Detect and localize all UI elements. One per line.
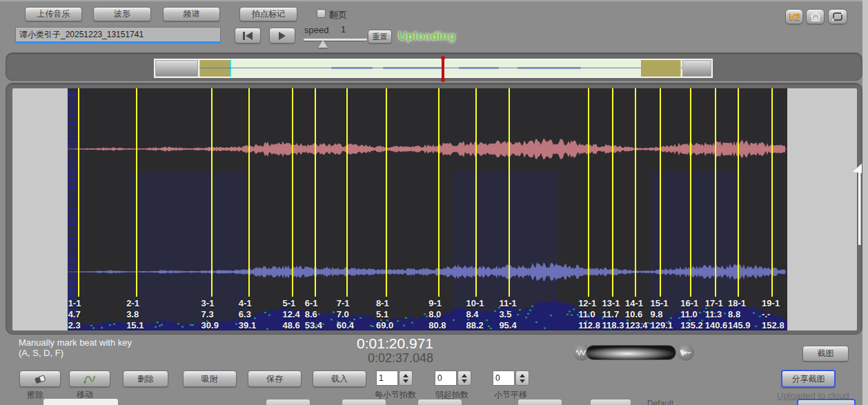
spin-up-icon[interactable] <box>462 374 467 377</box>
wave-zoom-slider[interactable] <box>586 345 676 360</box>
beat-marker-line[interactable] <box>690 88 691 297</box>
beat-marker-line[interactable] <box>715 88 716 297</box>
clipped-button[interactable] <box>43 398 119 405</box>
pickup-beats-spinner[interactable] <box>457 371 471 386</box>
overview-playhead[interactable] <box>442 57 444 81</box>
save-button[interactable]: 保存 <box>248 371 302 387</box>
beat-marker-line[interactable] <box>78 88 79 297</box>
beat-marker-label: 14-110.6123.4 <box>625 298 648 330</box>
beat-marker-line[interactable] <box>612 88 613 297</box>
pickup-beats-input[interactable] <box>435 371 457 386</box>
beat-marker-label: 1-14.72.3 <box>68 298 81 330</box>
beat-marker-line[interactable] <box>292 88 293 297</box>
hint-line-1: Manually mark beat with key <box>19 337 132 348</box>
beat-marker-label: 19-1-.-152.8 <box>762 298 785 330</box>
beat-marker-line[interactable] <box>771 88 773 297</box>
version-badge-label: V2 <box>788 11 800 22</box>
eraser-icon <box>33 374 47 384</box>
beats-per-bar-spinner[interactable] <box>399 371 413 386</box>
wave-zoom-in-icon[interactable] <box>677 344 695 362</box>
beat-marker-line[interactable] <box>136 88 137 297</box>
home-button[interactable] <box>806 9 825 24</box>
fullscreen-icon <box>831 12 844 21</box>
home-icon <box>810 12 821 21</box>
overview-right-selection[interactable] <box>641 60 681 77</box>
overview-wave-blob <box>459 67 499 69</box>
bar-shift-spinner[interactable] <box>515 371 529 386</box>
version-badge[interactable]: V2 <box>785 9 803 24</box>
beat-mark-button[interactable]: 拍点标记 <box>239 7 297 21</box>
beat-marker-line[interactable] <box>475 88 477 297</box>
beat-marker-line[interactable] <box>438 88 440 297</box>
load-button[interactable]: 载入 <box>313 371 366 387</box>
erase-button[interactable] <box>19 371 61 387</box>
fullscreen-button[interactable] <box>828 9 847 24</box>
clipped-button[interactable] <box>797 399 856 405</box>
clipped-button[interactable] <box>590 399 631 405</box>
beat-marker-line[interactable] <box>509 88 510 297</box>
spectrum-button[interactable]: 频谱 <box>163 7 220 21</box>
beat-marker-line[interactable] <box>346 88 348 297</box>
beat-marker-line[interactable] <box>248 88 250 297</box>
spin-down-icon[interactable] <box>462 379 467 383</box>
spin-down-icon[interactable] <box>403 379 408 383</box>
reset-button[interactable]: 重置 <box>368 30 392 43</box>
overview-left-handle[interactable] <box>155 60 198 77</box>
share-screenshot-button[interactable]: 分享截图 <box>781 370 836 388</box>
overview-strip[interactable] <box>154 59 713 78</box>
overview-right-handle[interactable] <box>682 60 711 77</box>
spin-up-icon[interactable] <box>403 374 408 377</box>
spin-up-icon[interactable] <box>520 374 525 377</box>
waveform-label: 波形 <box>114 8 130 20</box>
skip-start-icon <box>242 32 253 40</box>
screenshot-button[interactable]: 截图 <box>802 346 849 362</box>
page-turn-checkbox[interactable] <box>317 9 326 18</box>
clipped-button[interactable] <box>266 399 310 405</box>
beat-marker-line[interactable] <box>315 88 316 297</box>
uploading-status: Uploading <box>398 30 455 43</box>
clipped-button[interactable] <box>517 399 562 405</box>
app-window: 上传音乐 波形 频谱 拍点标记 翻页 speed 1 重置 Uploading … <box>0 0 868 405</box>
spin-down-icon[interactable] <box>520 379 525 383</box>
main-panel-frame: 1-14.72.32-13.815.13-17.330.94-16.339.15… <box>6 83 862 335</box>
beat-marker-line[interactable] <box>635 88 636 297</box>
load-label: 载入 <box>331 373 348 385</box>
clipped-button[interactable] <box>342 399 386 405</box>
beat-marker-line[interactable] <box>211 88 213 297</box>
speed-slider-track[interactable] <box>304 39 367 41</box>
beat-marker-line[interactable] <box>386 88 387 297</box>
skip-start-button[interactable] <box>235 28 261 43</box>
overview-cyan-marker <box>230 60 231 77</box>
overview-row <box>6 52 862 81</box>
clipped-button[interactable] <box>417 399 462 405</box>
play-button[interactable] <box>269 28 295 43</box>
beat-marker-label: 18-18.8145.9 <box>728 298 751 330</box>
beat-marker-label: 5-112.448.6 <box>282 298 299 330</box>
filename-input[interactable] <box>15 27 221 43</box>
waveform-canvas[interactable]: 1-14.72.32-13.815.13-17.330.94-16.339.15… <box>68 88 787 330</box>
beat-marker-label: 12-111.0112.8 <box>578 298 600 330</box>
overview-left-selection[interactable] <box>199 60 230 77</box>
snap-button[interactable]: 吸附 <box>183 371 237 387</box>
spectrum-label: 频谱 <box>184 8 200 20</box>
upload-music-button[interactable]: 上传音乐 <box>25 7 82 21</box>
erase-label: 擦除 <box>27 389 43 401</box>
overview-wave-blob <box>383 67 442 69</box>
delete-button[interactable]: 删除 <box>123 371 168 387</box>
beat-marker-line[interactable] <box>738 88 739 297</box>
beat-marker-label: 6-18.653.4 <box>305 298 322 330</box>
screenshot-label: 截图 <box>818 348 834 359</box>
beat-marker-label: 16-111.0135.2 <box>680 298 703 330</box>
beat-marker-label: 2-13.815.1 <box>126 298 144 330</box>
window-top-edge <box>0 0 868 1</box>
beats-per-bar-input[interactable] <box>376 371 398 386</box>
beat-marker-line[interactable] <box>588 88 589 297</box>
move-button[interactable] <box>69 371 110 387</box>
overview-wave-blob <box>331 67 373 69</box>
speed-label: speed <box>304 25 328 35</box>
bar-shift-input[interactable] <box>493 371 515 386</box>
waveform-button[interactable]: 波形 <box>93 7 151 21</box>
beat-marker-label: 17-111.3140.6 <box>705 298 728 330</box>
speed-slider-thumb[interactable] <box>318 40 328 48</box>
beat-marker-line[interactable] <box>660 88 661 297</box>
